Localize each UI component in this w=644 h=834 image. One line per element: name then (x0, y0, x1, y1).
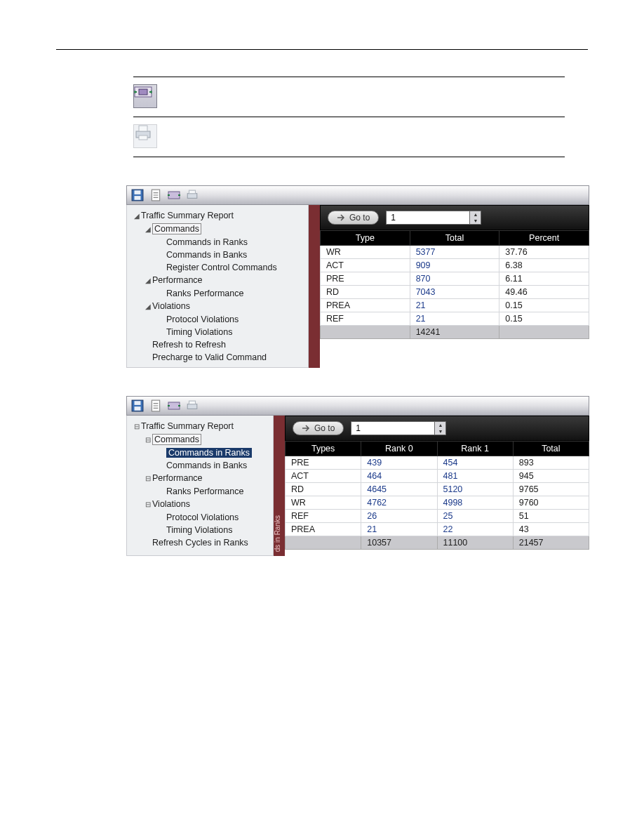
svg-rect-10 (187, 194, 197, 199)
table-row: WR537737.76 (321, 246, 589, 259)
table-cell: 945 (513, 470, 589, 483)
table-cell: 49.46 (499, 286, 589, 299)
tree-item[interactable]: Register Control Commands (134, 261, 302, 274)
table-cell: ACT (321, 259, 410, 272)
svg-rect-18 (189, 401, 196, 404)
tree-item[interactable]: Refresh to Refresh (134, 338, 302, 351)
doc-icon[interactable] (149, 189, 162, 201)
icon-row-2 (133, 117, 565, 157)
tree-item[interactable]: Protocol Violations (134, 313, 302, 326)
tree-item[interactable]: Timing Violations (134, 524, 267, 536)
tree-item[interactable]: Precharge to Valid Command (134, 351, 302, 364)
print-icon[interactable] (186, 399, 199, 412)
table-cell: PRE (286, 456, 361, 470)
column-header: Type (321, 231, 410, 246)
screenshot-commands-in-ranks: ⊟Traffic Summary Report⊟CommandsCommands… (126, 396, 589, 557)
table-row: PRE439454893 (286, 456, 589, 470)
svg-rect-1 (139, 89, 147, 95)
table-cell[interactable]: 5120 (437, 483, 513, 496)
total-cell (321, 326, 410, 339)
page-spinbox[interactable]: ▲▼ (386, 211, 481, 225)
total-cell: 21457 (513, 536, 589, 550)
tree-item[interactable]: Protocol Violations (134, 511, 267, 524)
tree-item[interactable]: ◢Violations (134, 300, 302, 313)
print-icon (133, 124, 157, 148)
tree-label: Commands (152, 223, 201, 234)
table-cell[interactable]: 439 (361, 456, 437, 470)
tree-item[interactable]: ◢Performance (134, 274, 302, 287)
tree-item[interactable]: Commands in Ranks (134, 236, 302, 249)
tree-item[interactable]: Commands in Banks (134, 459, 267, 472)
save-icon[interactable] (131, 399, 144, 412)
table-cell[interactable]: 4645 (361, 483, 437, 496)
table-cell[interactable]: 4998 (437, 496, 513, 510)
tree-label: Precharge to Valid Command (152, 352, 267, 362)
table-cell[interactable]: 454 (437, 456, 513, 470)
doc-icon[interactable] (149, 399, 162, 412)
tree-label: Commands in Ranks (166, 237, 248, 247)
tree-label: Traffic Summary Report (141, 211, 234, 220)
toolbar (126, 185, 589, 205)
navigation-bar: Go to ▲▼ (320, 205, 589, 230)
separator-label: ds in Ranks (274, 515, 285, 552)
navigation-bar: Go to ▲▼ (285, 416, 589, 441)
table-cell[interactable]: 25 (437, 510, 513, 523)
svg-rect-3 (139, 126, 147, 131)
tree-item[interactable]: Refresh Cycles in Ranks (134, 536, 267, 549)
print-icon[interactable] (186, 189, 199, 201)
save-icon[interactable] (131, 189, 144, 201)
tree-label: Timing Violations (166, 327, 233, 337)
page-input[interactable] (386, 211, 470, 225)
tree-item[interactable]: Ranks Performance (134, 485, 267, 498)
table-cell[interactable]: 5377 (410, 246, 499, 259)
table-cell: PREA (286, 523, 361, 536)
svg-rect-7 (135, 196, 141, 200)
tree-item[interactable]: Timing Violations (134, 326, 302, 338)
table-cell[interactable]: 481 (437, 470, 513, 483)
total-cell: 10357 (361, 536, 437, 550)
spin-buttons[interactable]: ▲▼ (470, 211, 481, 225)
table-cell[interactable]: 26 (361, 510, 437, 523)
page-spinbox[interactable]: ▲▼ (351, 421, 446, 435)
tree-item[interactable]: ⊟Performance (134, 472, 267, 485)
tree-label: Performance (152, 473, 203, 483)
goto-label: Go to (349, 213, 370, 223)
table-cell[interactable]: 21 (410, 299, 499, 312)
svg-rect-6 (135, 190, 141, 194)
tree-panel: ◢Traffic Summary Report◢CommandsCommands… (126, 205, 309, 368)
tree-item[interactable]: ⊟Traffic Summary Report (134, 420, 267, 433)
tree-item[interactable]: Commands in Banks (134, 249, 302, 261)
tree-item[interactable]: Ranks Performance (134, 287, 302, 300)
table-cell[interactable]: 909 (410, 259, 499, 272)
table-cell[interactable]: 22 (437, 523, 513, 536)
expand-all-icon[interactable] (168, 399, 180, 412)
goto-button[interactable]: Go to (328, 211, 379, 225)
table-row: ACT9096.38 (321, 259, 589, 272)
tree-label: Protocol Violations (166, 315, 239, 324)
tree-item[interactable]: ◢Traffic Summary Report (134, 209, 302, 223)
svg-rect-16 (168, 402, 180, 409)
tree-item[interactable]: ⊟Violations (134, 498, 267, 511)
page-input[interactable] (351, 421, 435, 435)
tree-item[interactable]: ◢Commands (134, 223, 302, 236)
table-cell[interactable]: 4762 (361, 496, 437, 510)
table-cell[interactable]: 464 (361, 470, 437, 483)
tree-label: Violations (152, 301, 190, 311)
tree-label: Ranks Performance (166, 486, 243, 496)
tree-item[interactable]: Commands in Ranks (134, 446, 267, 459)
table-cell[interactable]: 21 (361, 523, 437, 536)
tree-label: Commands in Banks (166, 250, 247, 260)
goto-button[interactable]: Go to (293, 421, 344, 435)
total-row: 14241 (321, 326, 589, 339)
total-row: 103571110021457 (286, 536, 589, 550)
tree-label: Commands in Banks (166, 461, 247, 470)
tree-item[interactable]: ⊟Commands (134, 433, 267, 446)
table-cell[interactable]: 7043 (410, 286, 499, 299)
expand-all-icon[interactable] (168, 189, 180, 201)
table-cell[interactable]: 21 (410, 312, 499, 326)
tree-label: Performance (152, 275, 203, 285)
spin-buttons[interactable]: ▲▼ (435, 421, 446, 435)
tree-label: Protocol Violations (166, 512, 239, 522)
table-cell: WR (321, 246, 410, 259)
table-cell[interactable]: 870 (410, 272, 499, 286)
